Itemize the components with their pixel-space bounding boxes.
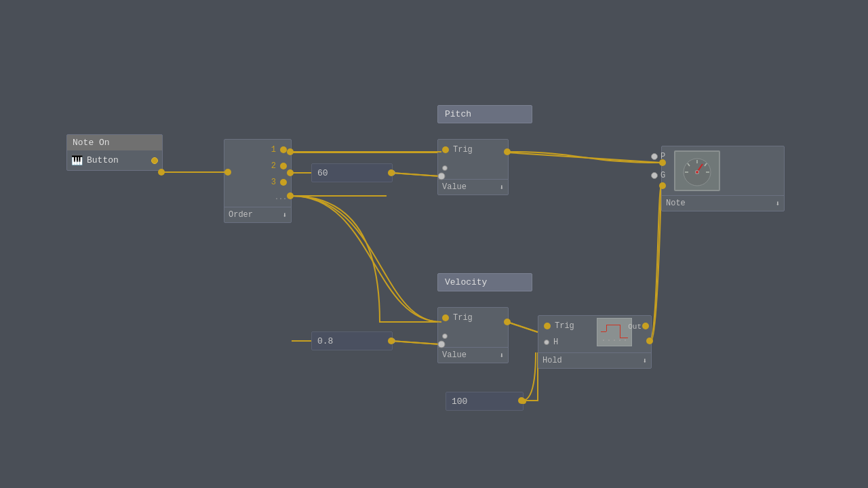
midi-icon: 🎹 (71, 155, 83, 166)
pitch-value-in-port (442, 165, 448, 171)
pitch-trig-in[interactable] (442, 146, 449, 153)
velocity-value-in-port (442, 333, 448, 339)
order-port-1[interactable] (280, 146, 287, 153)
button-label: Button (87, 155, 147, 165)
svg-point-28 (608, 340, 610, 341)
svg-point-30 (619, 340, 620, 341)
velocity-scroll[interactable]: ⬇ (499, 351, 504, 360)
pitch-trig-label: Trig (453, 145, 473, 155)
velocity-title-bar: Velocity (437, 273, 532, 291)
svg-point-29 (614, 340, 615, 341)
svg-line-5 (391, 341, 440, 344)
pitch-title-bar: Pitch (437, 105, 532, 123)
value-box-100[interactable]: 100 (446, 392, 524, 411)
hold-scroll[interactable]: ⬇ (642, 357, 647, 365)
g-label: G (660, 171, 665, 180)
instrument-node: P G (661, 146, 785, 211)
value-box-08[interactable]: 0.8 (311, 331, 393, 350)
value-60-text: 60 (317, 168, 328, 178)
order-scroll[interactable]: ⬇ (282, 211, 287, 220)
svg-rect-26 (620, 338, 628, 338)
port-1-label: 1 (271, 145, 276, 155)
instrument-p-port (651, 153, 658, 160)
instrument-g-port (651, 172, 658, 179)
svg-rect-22 (601, 331, 606, 332)
svg-rect-23 (606, 325, 607, 331)
hold-footer-label: Hold (542, 356, 562, 365)
hold-out-port[interactable] (642, 323, 649, 329)
order-port-2[interactable] (280, 163, 287, 169)
svg-point-31 (625, 340, 626, 341)
value-08-text: 0.8 (317, 336, 333, 346)
pitch-scroll[interactable]: ⬇ (499, 183, 504, 192)
hold-trig-in[interactable] (544, 323, 551, 329)
velocity-trig-in[interactable] (442, 314, 449, 321)
hold-waveform-icon (597, 318, 632, 346)
velocity-node: Trig Value ⬇ (437, 307, 509, 363)
order-label: Order (229, 210, 253, 220)
instrument-scroll[interactable]: ⬇ (775, 199, 780, 208)
dots: ... (229, 194, 287, 201)
pitch-node: Trig Value ⬇ (437, 139, 509, 195)
hold-trig-label: Trig (555, 321, 574, 331)
gauge-icon (674, 150, 720, 191)
velocity-trig-label: Trig (453, 313, 473, 323)
p-label: P (660, 152, 665, 161)
port-3-label: 3 (271, 178, 276, 187)
velocity-title: Velocity (445, 277, 487, 287)
port-2-label: 2 (271, 161, 276, 171)
value-60-right-port (390, 170, 395, 176)
pitch-value-label: Value (442, 182, 467, 192)
hold-node: Trig (538, 315, 652, 369)
svg-rect-24 (606, 325, 620, 325)
svg-point-27 (603, 340, 604, 341)
button-output-port[interactable] (151, 157, 158, 164)
note-on-node: Note On 🎹 Button (66, 134, 163, 171)
hold-h-label: H (553, 338, 558, 347)
value-100-right-port (521, 399, 526, 404)
hold-out-label: Out (628, 323, 642, 331)
order-node: 1 2 3 ... Order ⬇ (224, 139, 292, 223)
hold-h-port (544, 340, 549, 345)
order-port-3[interactable] (280, 179, 287, 186)
value-08-right-port (390, 338, 395, 344)
svg-line-6 (507, 322, 538, 332)
instrument-note-label: Note (666, 199, 686, 208)
svg-rect-25 (620, 325, 620, 338)
value-box-60[interactable]: 60 (311, 163, 393, 182)
note-on-label: Note On (73, 138, 110, 148)
velocity-value-label: Value (442, 350, 467, 360)
pitch-title: Pitch (445, 109, 471, 119)
value-100-text: 100 (452, 396, 467, 407)
note-on-title: Note On (67, 135, 162, 150)
svg-line-3 (391, 173, 440, 176)
